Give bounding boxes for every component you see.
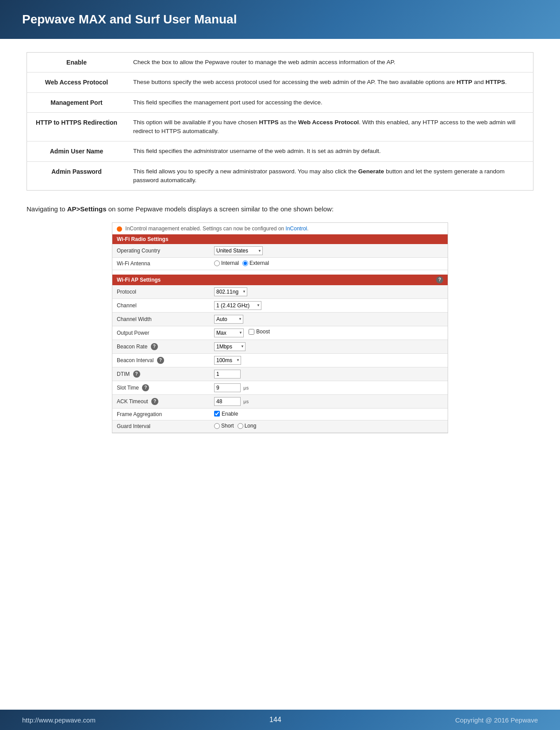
slot-time-help-icon[interactable]: ?: [142, 384, 149, 391]
guard-interval-radios: Short Long: [214, 423, 256, 429]
dtim-help-icon[interactable]: ?: [133, 371, 140, 378]
table-row: Protocol 802.11ng 802.11n 802.11g: [112, 285, 448, 299]
channel-value: 1 (2.412 GHz) 6 (2.437 GHz) 11 (2.462 GH…: [210, 298, 448, 312]
boost-label: Boost: [256, 329, 270, 335]
channel-width-value: Auto 20 MHz 40 MHz: [210, 312, 448, 326]
wifi-radio-title: Wi-Fi Radio Settings: [117, 236, 169, 242]
table-row: Web Access ProtocolThese buttons specify…: [27, 73, 533, 92]
table-row: EnableCheck the box to allow the Pepwave…: [27, 53, 533, 73]
row-label: Management Port: [27, 92, 127, 112]
channel-width-label: Channel Width: [112, 312, 210, 326]
table-row: Slot Time ? μs: [112, 381, 448, 394]
incontrol-icon: [117, 226, 122, 232]
antenna-internal-input[interactable]: [214, 260, 220, 266]
antenna-internal-radio[interactable]: Internal: [214, 260, 239, 266]
guard-interval-label: Guard Interval: [112, 420, 210, 433]
main-content: EnableCheck the box to allow the Pepwave…: [0, 39, 560, 447]
boost-checkbox[interactable]: [249, 329, 254, 335]
table-row: Guard Interval Short Long: [112, 420, 448, 433]
output-power-select[interactable]: Max High Medium Low: [214, 329, 244, 337]
operating-country-select-wrapper[interactable]: United States Canada United Kingdom: [214, 246, 263, 255]
row-label: Web Access Protocol: [27, 73, 127, 92]
protocol-select-wrapper[interactable]: 802.11ng 802.11n 802.11g: [214, 287, 247, 296]
operating-country-value: United States Canada United Kingdom: [210, 244, 448, 258]
channel-width-select-wrapper[interactable]: Auto 20 MHz 40 MHz: [214, 315, 243, 324]
protocol-label: Protocol: [112, 285, 210, 299]
table-row: Frame Aggregation Enable: [112, 408, 448, 420]
row-description: This field allows you to specify a new a…: [126, 161, 533, 191]
table-row: HTTP to HTTPS RedirectionThis option wil…: [27, 112, 533, 141]
frame-aggregation-checkbox[interactable]: [214, 411, 220, 417]
table-row: Management PortThis field specifies the …: [27, 92, 533, 112]
nav-paragraph: Navigating to AP>Settings on some Pepwav…: [27, 204, 533, 214]
slot-time-label: Slot Time ?: [112, 381, 210, 394]
guard-long-input[interactable]: [238, 423, 243, 429]
wifi-radio-table: Operating Country United States Canada U…: [112, 244, 448, 270]
incontrol-link[interactable]: InControl: [286, 225, 307, 232]
channel-select[interactable]: 1 (2.412 GHz) 6 (2.437 GHz) 11 (2.462 GH…: [214, 301, 261, 310]
info-table: EnableCheck the box to allow the Pepwave…: [27, 52, 533, 191]
row-description: This option will be available if you hav…: [126, 112, 533, 141]
ack-timeout-label: ACK Timeout ?: [112, 394, 210, 408]
screenshot-box: InControl management enabled. Settings c…: [112, 222, 448, 433]
wifi-ap-table: Protocol 802.11ng 802.11n 802.11g: [112, 285, 448, 433]
beacon-interval-help-icon[interactable]: ?: [157, 357, 164, 364]
guard-short-input[interactable]: [214, 423, 220, 429]
wifi-antenna-value: Internal External: [210, 258, 448, 270]
antenna-external-input[interactable]: [242, 260, 248, 266]
protocol-select[interactable]: 802.11ng 802.11n 802.11g: [214, 287, 247, 296]
frame-aggregation-value: Enable: [210, 408, 448, 420]
operating-country-label: Operating Country: [112, 244, 210, 258]
table-row: ACK Timeout ? μs: [112, 394, 448, 408]
operating-country-select[interactable]: United States Canada United Kingdom: [214, 246, 263, 255]
boost-checkbox-label[interactable]: Boost: [249, 329, 270, 335]
beacon-rate-select[interactable]: 1Mbps 2Mbps 5.5Mbps: [214, 342, 245, 351]
table-row: Channel Width Auto 20 MHz 40 MHz: [112, 312, 448, 326]
frame-aggregation-label: Frame Aggregation: [112, 408, 210, 420]
row-description: This field specifies the management port…: [126, 92, 533, 112]
footer-page: 144: [269, 716, 281, 724]
wifi-radio-header: Wi-Fi Radio Settings: [112, 234, 448, 244]
row-label: Admin Password: [27, 161, 127, 191]
beacon-interval-value: 100ms 200ms 500ms: [210, 353, 448, 367]
dtim-value: [210, 367, 448, 381]
dtim-label: DTIM ?: [112, 367, 210, 381]
table-row: Beacon Rate ? 1Mbps 2Mbps 5.5Mbps: [112, 340, 448, 353]
nav-text-part1: Navigating to: [27, 205, 67, 213]
row-label: Enable: [27, 53, 127, 73]
beacon-rate-select-wrapper[interactable]: 1Mbps 2Mbps 5.5Mbps: [214, 342, 245, 351]
beacon-interval-select[interactable]: 100ms 200ms 500ms: [214, 356, 241, 365]
channel-select-wrapper[interactable]: 1 (2.412 GHz) 6 (2.437 GHz) 11 (2.462 GH…: [214, 301, 261, 310]
table-row: Output Power Max High Medium Low: [112, 326, 448, 340]
antenna-external-radio[interactable]: External: [242, 260, 269, 266]
beacon-rate-help-icon[interactable]: ?: [151, 343, 158, 350]
dtim-input[interactable]: [214, 370, 241, 378]
ack-timeout-input[interactable]: [214, 397, 241, 406]
wifi-antenna-radios: Internal External: [214, 260, 269, 266]
guard-short-radio[interactable]: Short: [214, 423, 234, 429]
row-description: These buttons specify the web access pro…: [126, 73, 533, 92]
wifi-ap-help-icon[interactable]: ?: [436, 276, 443, 283]
channel-label: Channel: [112, 298, 210, 312]
footer-url: http://www.pepwave.com: [22, 716, 96, 724]
channel-width-select[interactable]: Auto 20 MHz 40 MHz: [214, 315, 243, 324]
guard-long-radio[interactable]: Long: [238, 423, 257, 429]
frame-aggregation-checkbox-label[interactable]: Enable: [214, 411, 238, 417]
row-label: HTTP to HTTPS Redirection: [27, 112, 127, 141]
page-header: Pepwave MAX and Surf User Manual: [0, 0, 560, 39]
incontrol-text: InControl management enabled. Settings c…: [125, 225, 285, 232]
row-description: This field specifies the administrator u…: [126, 141, 533, 161]
page-footer: http://www.pepwave.com 144 Copyright @ 2…: [0, 710, 560, 730]
ack-timeout-help-icon[interactable]: ?: [151, 398, 158, 405]
table-row: Admin PasswordThis field allows you to s…: [27, 161, 533, 191]
slot-time-input[interactable]: [214, 383, 241, 392]
output-power-value: Max High Medium Low Boost: [210, 326, 448, 340]
table-row: DTIM ?: [112, 367, 448, 381]
footer-copyright: Copyright @ 2016 Pepwave: [455, 716, 538, 724]
output-power-select-wrapper[interactable]: Max High Medium Low: [214, 329, 244, 337]
page-title: Pepwave MAX and Surf User Manual: [22, 12, 538, 27]
beacon-interval-select-wrapper[interactable]: 100ms 200ms 500ms: [214, 356, 241, 365]
table-row: Beacon Interval ? 100ms 200ms 500ms: [112, 353, 448, 367]
beacon-rate-label: Beacon Rate ?: [112, 340, 210, 353]
slot-time-unit: μs: [243, 385, 249, 390]
